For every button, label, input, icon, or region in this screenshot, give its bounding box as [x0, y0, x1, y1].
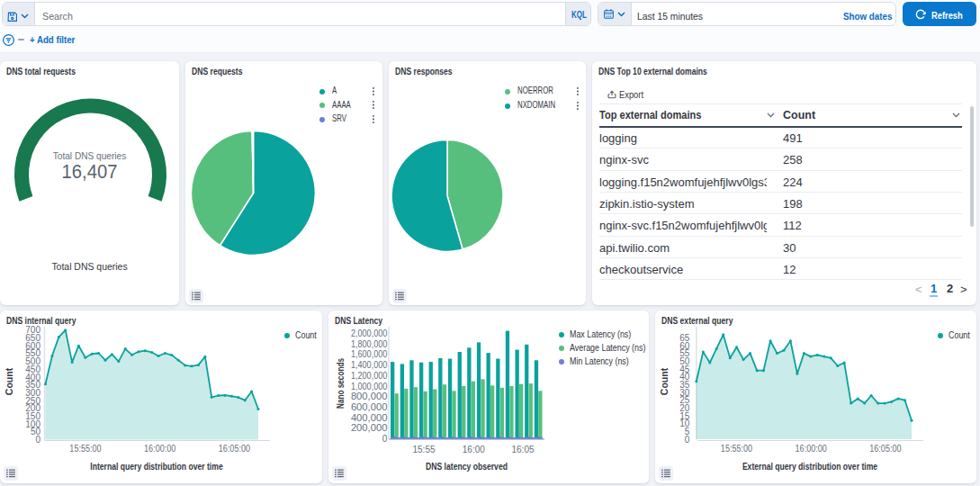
svg-text:1,600,000: 1,600,000: [351, 349, 388, 359]
svg-text:700: 700: [25, 325, 40, 335]
svg-text:800,000: 800,000: [351, 392, 388, 401]
svg-text:400,000: 400,000: [351, 413, 388, 423]
svg-text:0: 0: [382, 434, 388, 444]
svg-text:16:05: 16:05: [511, 445, 534, 454]
svg-text:15:55:00: 15:55:00: [69, 444, 102, 454]
svg-text:2,000,000: 2,000,000: [351, 328, 388, 338]
svg-text:1,200,000: 1,200,000: [351, 371, 388, 381]
svg-text:1,400,000: 1,400,000: [351, 360, 388, 370]
svg-text:16:05:00: 16:05:00: [219, 444, 251, 454]
svg-text:1,000,000: 1,000,000: [351, 382, 388, 392]
svg-text:15:55:00: 15:55:00: [721, 444, 753, 454]
svg-text:16:00:00: 16:00:00: [796, 444, 828, 454]
svg-text:65: 65: [679, 333, 690, 343]
svg-text:15:55: 15:55: [412, 445, 435, 454]
svg-text:16:00: 16:00: [463, 445, 485, 454]
svg-text:16:00:00: 16:00:00: [144, 444, 176, 454]
svg-text:16:05:00: 16:05:00: [869, 444, 902, 454]
svg-text:200,000: 200,000: [351, 423, 388, 433]
svg-text:1,800,000: 1,800,000: [351, 339, 388, 349]
svg-text:600,000: 600,000: [351, 402, 388, 412]
